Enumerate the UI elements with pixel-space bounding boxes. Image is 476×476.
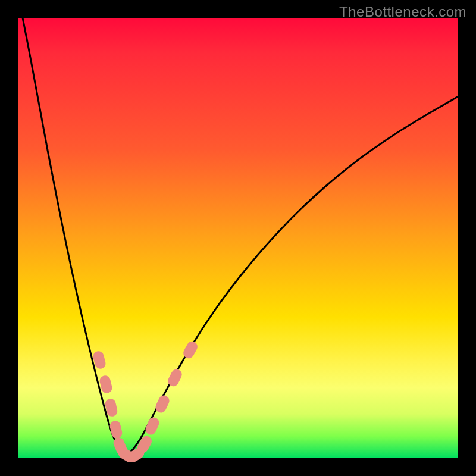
curve-right-branch (125, 96, 458, 456)
svg-rect-9 (154, 394, 171, 415)
bottleneck-curve (18, 0, 458, 456)
chart-frame: TheBottleneck.com (0, 0, 476, 476)
plot-area (18, 18, 458, 458)
bead-marker (154, 394, 171, 415)
curve-svg (18, 18, 458, 458)
svg-rect-3 (109, 419, 123, 439)
bead-marker (109, 419, 123, 439)
